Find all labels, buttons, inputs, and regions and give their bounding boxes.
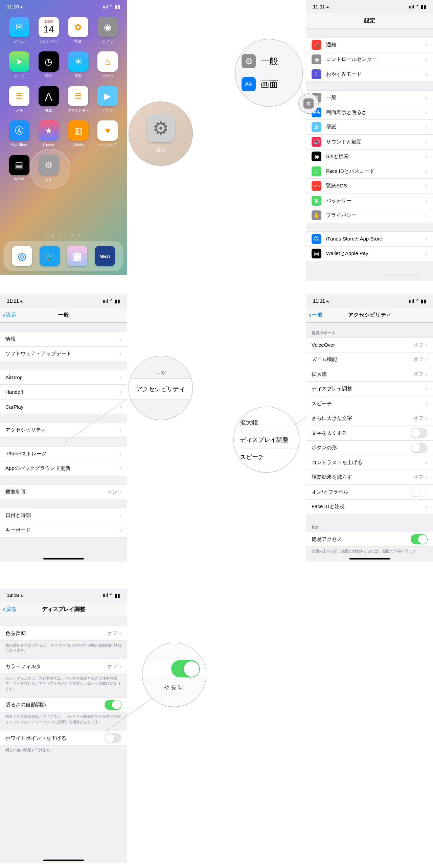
settings-row[interactable]: 色を反転オフ› — [0, 626, 127, 641]
app-iTunes[interactable]: ★iTunes — [37, 120, 60, 147]
settings-row[interactable]: キーボード› — [0, 523, 127, 538]
settings-row[interactable]: 情報› — [0, 332, 127, 346]
toggle-switch[interactable] — [411, 534, 428, 544]
dock-app-twitter[interactable]: 🐦 — [40, 246, 60, 266]
app-時計[interactable]: ◷時計 — [37, 51, 60, 78]
row-label: iPhoneストレージ — [5, 451, 119, 457]
settings-row[interactable]: スピーチ› — [306, 396, 433, 411]
app-App Store[interactable]: ⒶApp Store — [7, 120, 31, 147]
settings-row[interactable]: 機能制限オン› — [0, 484, 127, 499]
panel-settings: 11:11➤ ıııl ⌃ ▮▮ 設定 ◻通知›◉コントロールセンター›☾おやす… — [306, 0, 433, 281]
nav-bar: ‹戻る ディスプレイ調整 — [0, 602, 127, 617]
chevron-right-icon: › — [426, 341, 428, 348]
settings-row[interactable]: ⒶiTunes StoreとApp Store› — [306, 231, 433, 246]
settings-row[interactable]: SOS緊急SOS› — [306, 179, 433, 193]
back-button[interactable]: ‹設定 — [3, 312, 17, 319]
app-ビデオ[interactable]: ▶ビデオ — [96, 86, 119, 113]
settings-row[interactable]: Face IDと注視› — [306, 499, 433, 514]
settings-row[interactable]: ディスプレイ調整› — [306, 382, 433, 396]
settings-row[interactable]: Handoff› — [0, 385, 127, 399]
dock-app-safari[interactable]: ◎ — [12, 246, 32, 266]
settings-row[interactable]: カラーフィルタオフ› — [0, 659, 127, 674]
settings-row[interactable]: ソフトウェア・アップデート› — [0, 346, 127, 361]
settings-row[interactable]: さらに大きな文字オフ› — [306, 411, 433, 426]
app-カレンダー[interactable]: 水曜日14カレンダー — [37, 17, 60, 44]
dock-app-news[interactable]: ▦ — [67, 246, 87, 266]
page-indicator[interactable]: ● ● ● ● ● ● — [0, 234, 127, 237]
settings-section-1: ◻通知›◉コントロールセンター›☾おやすみモード› — [306, 37, 433, 82]
settings-row[interactable]: ◉Siriと検索› — [306, 149, 433, 164]
settings-row[interactable]: ◉コントロールセンター› — [306, 52, 433, 67]
nav-bar: 設定 — [306, 14, 433, 28]
settings-row[interactable]: ▮バッテリー› — [306, 193, 433, 208]
app-label: カレンダー — [39, 39, 58, 44]
settings-row[interactable]: 拡大鏡オフ› — [306, 367, 433, 382]
app-写真[interactable]: ✿写真 — [67, 17, 90, 44]
toggle-switch[interactable] — [411, 443, 428, 453]
privacy-icon: ✋ — [312, 210, 321, 220]
settings-row[interactable]: VoiceOverオフ› — [306, 337, 433, 352]
settings-row[interactable]: AA画面表示と明るさ› — [306, 105, 433, 120]
toggle-switch[interactable] — [411, 428, 428, 438]
toggle-switch[interactable] — [105, 733, 121, 743]
row-label: 一般 — [326, 94, 426, 101]
settings-row[interactable]: ◻通知› — [306, 37, 433, 52]
settings-row[interactable]: 明るさの自動調節 — [0, 698, 127, 712]
row-label: Appのバックグラウンド更新 — [5, 465, 119, 472]
settings-row[interactable]: ホワイトポイントを下げる — [0, 731, 127, 746]
app-iBooks[interactable]: ▥iBooks — [67, 120, 90, 147]
settings-row[interactable]: 日付と時刻› — [0, 508, 127, 523]
home-indicator[interactable] — [43, 558, 84, 559]
chevron-right-icon: › — [426, 168, 428, 175]
app-メモ[interactable]: ≣メモ — [7, 86, 31, 113]
app-ヘルスケア[interactable]: ♥ヘルスケア — [96, 120, 119, 147]
settings-row[interactable]: アクセシビリティ› — [0, 423, 127, 438]
dock: ◎🐦▦NBA — [3, 241, 123, 271]
settings-row[interactable]: オン/オフラベル — [306, 484, 433, 499]
app-ホーム[interactable]: ⌂ホーム — [96, 51, 119, 78]
app-Wallet[interactable]: ▤Wallet — [7, 155, 31, 182]
battery-icon: ▮ — [312, 196, 321, 206]
dock-app-nba[interactable]: NBA — [95, 246, 115, 266]
status-time: 13:18 — [7, 593, 19, 598]
app-リマインダー[interactable]: ≣リマインダー — [67, 86, 90, 113]
settings-row[interactable]: ▤WalletとApple Pay› — [306, 246, 433, 261]
settings-row[interactable]: 🔊サウンドと触覚› — [306, 134, 433, 149]
settings-row[interactable]: コントラストを上げる› — [306, 455, 433, 470]
chevron-right-icon: › — [119, 630, 121, 637]
app-icon: ⋀ — [39, 86, 59, 106]
row-detail: オフ — [413, 371, 424, 378]
settings-row[interactable]: 視差効果を減らすオフ› — [306, 470, 433, 485]
settings-section-3: ⒶiTunes StoreとApp Store›▤WalletとApple Pa… — [306, 231, 433, 261]
toggle-switch[interactable] — [411, 487, 428, 497]
home-indicator[interactable] — [43, 860, 84, 861]
settings-row[interactable]: ☾おやすみモード› — [306, 67, 433, 82]
settings-row[interactable]: 文字を太くする — [306, 426, 433, 440]
app-マップ[interactable]: ➤マップ — [7, 51, 31, 78]
nav-title: ディスプレイ調整 — [42, 606, 85, 613]
toggle-switch[interactable] — [171, 660, 200, 677]
app-label: 天気 — [74, 73, 82, 78]
toggle-switch[interactable] — [105, 700, 121, 710]
settings-row[interactable]: AirDrop› — [0, 370, 127, 385]
back-button[interactable]: ‹戻る — [3, 606, 17, 613]
signal-icon: ıııl — [103, 4, 108, 9]
back-button[interactable]: ‹一般 — [309, 312, 323, 319]
app-天気[interactable]: ☀天気 — [67, 51, 90, 78]
settings-row[interactable]: ☺Face IDとパスコード› — [306, 164, 433, 179]
app-メール[interactable]: ✉メール — [7, 17, 31, 44]
settings-row[interactable]: ズーム機能オフ› — [306, 352, 433, 367]
settings-row[interactable]: 簡易アクセス — [306, 532, 433, 547]
home-indicator[interactable] — [349, 558, 390, 559]
settings-row[interactable]: ✋プライバシー› — [306, 208, 433, 223]
settings-row[interactable]: ⚙一般› — [306, 90, 433, 105]
app-カメラ[interactable]: ◉カメラ — [96, 17, 119, 44]
settings-row[interactable]: Appのバックグラウンド更新› — [0, 461, 127, 476]
settings-row[interactable]: ボタンの形 — [306, 440, 433, 455]
app-icon: ◉ — [97, 17, 118, 37]
battery-icon: ▮▮ — [421, 4, 426, 9]
app-株価[interactable]: ⋀株価 — [37, 86, 60, 113]
row-label: プライバシー — [326, 212, 426, 219]
settings-row[interactable]: ✿壁紙› — [306, 120, 433, 135]
settings-row[interactable]: iPhoneストレージ› — [0, 446, 127, 461]
